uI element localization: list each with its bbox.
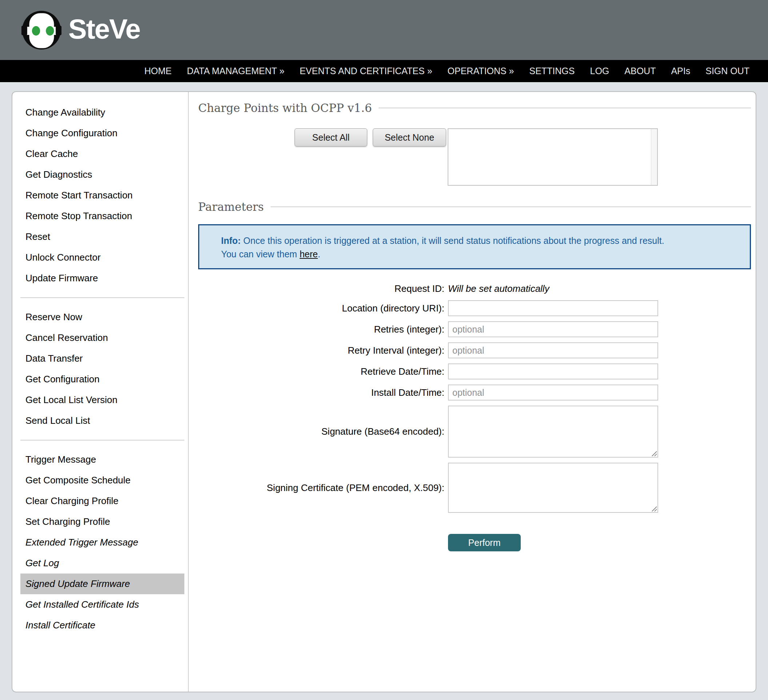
parameters-title: Parameters bbox=[198, 200, 264, 213]
nav-data-management[interactable]: DATA MANAGEMENT » bbox=[187, 60, 284, 82]
sidebar-item-extended-trigger-message[interactable]: Extended Trigger Message bbox=[20, 532, 184, 553]
nav-events-and-certificates[interactable]: EVENTS AND CERTIFICATES » bbox=[300, 60, 432, 82]
sidebar-group-reservation: Reserve Now Cancel Reservation Data Tran… bbox=[20, 307, 184, 431]
sidebar-item-get-installed-certificate-ids[interactable]: Get Installed Certificate Ids bbox=[20, 594, 184, 615]
info-prefix: Info: bbox=[221, 235, 241, 246]
info-line1: Once this operation is triggered at a st… bbox=[243, 235, 664, 246]
charge-point-listbox[interactable] bbox=[448, 128, 658, 186]
retry-interval-input[interactable] bbox=[448, 342, 658, 358]
retry-interval-row: Retry Interval (integer): bbox=[198, 342, 658, 358]
signing-certificate-row: Signing Certificate (PEM encoded, X.509)… bbox=[198, 463, 658, 513]
sidebar-item-change-availability[interactable]: Change Availability bbox=[20, 102, 184, 123]
sidebar-item-unlock-connector[interactable]: Unlock Connector bbox=[20, 247, 184, 268]
info-line2-before: You can view them bbox=[221, 249, 300, 259]
retries-row: Retries (integer): bbox=[198, 321, 658, 337]
sidebar-item-update-firmware[interactable]: Update Firmware bbox=[20, 268, 184, 289]
install-datetime-row: Install Date/Time: bbox=[198, 385, 658, 401]
request-id-value: Will be set automatically bbox=[448, 283, 658, 294]
charge-points-section-header: Charge Points with OCPP v1.6 bbox=[198, 101, 751, 115]
section-rule bbox=[270, 206, 751, 207]
nav-operations[interactable]: OPERATIONS » bbox=[448, 60, 514, 82]
here-link[interactable]: here bbox=[300, 249, 318, 259]
sidebar-item-signed-update-firmware[interactable]: Signed Update Firmware bbox=[20, 574, 184, 594]
sidebar-item-cancel-reservation[interactable]: Cancel Reservation bbox=[20, 328, 184, 348]
perform-button[interactable]: Perform bbox=[448, 534, 521, 551]
select-all-button[interactable]: Select All bbox=[294, 128, 367, 147]
main-panel: Change Availability Change Configuration… bbox=[12, 91, 756, 692]
signature-label: Signature (Base64 encoded): bbox=[198, 426, 448, 437]
location-input[interactable] bbox=[448, 300, 658, 316]
charge-point-selection-row: Select All Select None bbox=[294, 128, 751, 186]
app-header: SteVe bbox=[0, 0, 768, 60]
install-datetime-label: Install Date/Time: bbox=[198, 387, 448, 398]
sidebar-item-install-certificate[interactable]: Install Certificate bbox=[20, 615, 184, 636]
parameters-form: Request ID: Will be set automatically Lo… bbox=[198, 283, 751, 551]
nav-log[interactable]: LOG bbox=[590, 60, 609, 82]
sidebar-item-reserve-now[interactable]: Reserve Now bbox=[20, 307, 184, 328]
select-none-button[interactable]: Select None bbox=[373, 128, 446, 147]
content-area: Charge Points with OCPP v1.6 Select All … bbox=[189, 92, 757, 692]
perform-row: Perform bbox=[448, 534, 751, 551]
retries-label: Retries (integer): bbox=[198, 324, 448, 335]
section-rule bbox=[379, 107, 751, 108]
steve-logo[interactable]: SteVe bbox=[21, 10, 140, 51]
sidebar-item-set-charging-profile[interactable]: Set Charging Profile bbox=[20, 511, 184, 532]
sidebar-item-send-local-list[interactable]: Send Local List bbox=[20, 410, 184, 431]
sidebar-divider bbox=[20, 440, 184, 441]
signature-textarea[interactable] bbox=[448, 406, 658, 457]
sidebar-item-get-local-list-version[interactable]: Get Local List Version bbox=[20, 390, 184, 410]
sidebar-divider bbox=[20, 297, 184, 298]
info-line2-after: . bbox=[318, 249, 320, 259]
nav-about[interactable]: ABOUT bbox=[624, 60, 656, 82]
sidebar-item-change-configuration[interactable]: Change Configuration bbox=[20, 123, 184, 144]
sidebar-item-get-composite-schedule[interactable]: Get Composite Schedule bbox=[20, 470, 184, 491]
parameters-section-header: Parameters bbox=[198, 200, 751, 213]
nav-sign-out[interactable]: SIGN OUT bbox=[706, 60, 749, 82]
sidebar-item-clear-cache[interactable]: Clear Cache bbox=[20, 144, 184, 164]
brand-text: SteVe bbox=[68, 13, 140, 45]
sidebar-item-clear-charging-profile[interactable]: Clear Charging Profile bbox=[20, 491, 184, 511]
retrieve-datetime-row: Retrieve Date/Time: bbox=[198, 363, 658, 379]
nav-settings[interactable]: SETTINGS bbox=[529, 60, 574, 82]
location-row: Location (directory URI): bbox=[198, 300, 658, 316]
operations-sidebar: Change Availability Change Configuration… bbox=[12, 92, 189, 692]
sidebar-item-get-diagnostics[interactable]: Get Diagnostics bbox=[20, 164, 184, 185]
retry-interval-label: Retry Interval (integer): bbox=[198, 345, 448, 356]
sidebar-group-core: Change Availability Change Configuration… bbox=[20, 102, 184, 289]
sidebar-item-remote-stop-transaction[interactable]: Remote Stop Transaction bbox=[20, 206, 184, 227]
retries-input[interactable] bbox=[448, 321, 658, 337]
charge-points-title: Charge Points with OCPP v1.6 bbox=[198, 101, 372, 115]
request-id-label: Request ID: bbox=[198, 283, 448, 294]
nav-apis[interactable]: APIs bbox=[671, 60, 690, 82]
signing-certificate-label: Signing Certificate (PEM encoded, X.509)… bbox=[198, 482, 448, 494]
robot-head-icon bbox=[21, 10, 62, 51]
sidebar-item-trigger-message[interactable]: Trigger Message bbox=[20, 449, 184, 470]
retrieve-datetime-label: Retrieve Date/Time: bbox=[198, 366, 448, 377]
request-id-row: Request ID: Will be set automatically bbox=[198, 283, 658, 294]
listbox-scrollbar[interactable] bbox=[651, 129, 657, 185]
install-datetime-input[interactable] bbox=[448, 385, 658, 401]
sidebar-item-reset[interactable]: Reset bbox=[20, 227, 184, 247]
sidebar-item-get-configuration[interactable]: Get Configuration bbox=[20, 369, 184, 390]
sidebar-item-remote-start-transaction[interactable]: Remote Start Transaction bbox=[20, 185, 184, 206]
sidebar-group-advanced: Trigger Message Get Composite Schedule C… bbox=[20, 449, 184, 636]
info-box: Info: Once this operation is triggered a… bbox=[198, 224, 751, 269]
signing-certificate-textarea[interactable] bbox=[448, 463, 658, 513]
main-nav: HOME DATA MANAGEMENT » EVENTS AND CERTIF… bbox=[0, 60, 768, 82]
nav-home[interactable]: HOME bbox=[144, 60, 172, 82]
sidebar-item-data-transfer[interactable]: Data Transfer bbox=[20, 348, 184, 369]
signature-row: Signature (Base64 encoded): bbox=[198, 406, 658, 457]
sidebar-item-get-log[interactable]: Get Log bbox=[20, 553, 184, 574]
retrieve-datetime-input[interactable] bbox=[448, 363, 658, 379]
location-label: Location (directory URI): bbox=[198, 303, 448, 314]
